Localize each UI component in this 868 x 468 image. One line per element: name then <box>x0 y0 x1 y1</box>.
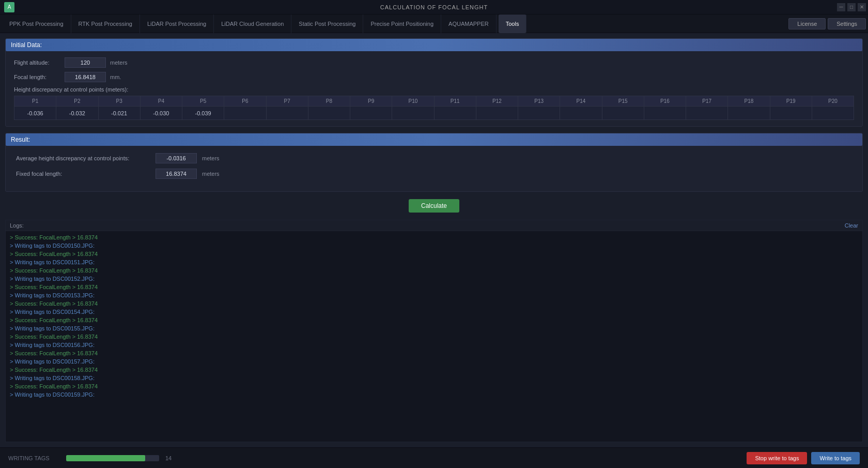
tab-rtk[interactable]: RTK Post Processing <box>71 14 140 33</box>
stop-write-button[interactable]: Stop write to tags <box>747 452 807 464</box>
log-line: > Success: FocalLength > 16.8374 <box>10 382 858 390</box>
fixed-focal-label: Fixed focal length: <box>16 171 150 177</box>
window-controls: ─ □ ✕ <box>837 3 866 11</box>
nav-right-buttons: License Settings <box>788 18 866 29</box>
close-button[interactable]: ✕ <box>858 3 866 11</box>
initial-data-header: Initial Data: <box>6 39 862 51</box>
log-line: > Writing tags to DSC00156.JPG: <box>10 341 858 349</box>
log-line: > Success: FocalLength > 16.8374 <box>10 349 858 357</box>
tab-lidar-pp[interactable]: LiDAR Post Processing <box>140 14 214 33</box>
tab-lidar-cg[interactable]: LiDAR Cloud Generation <box>214 14 291 33</box>
flight-altitude-input[interactable] <box>65 57 106 68</box>
tab-static[interactable]: Static Post Processing <box>291 14 363 33</box>
logs-section: Logs: Clear > Success: FocalLength > 16.… <box>5 220 863 442</box>
action-buttons: Stop write to tags Write to tags <box>747 452 860 464</box>
log-line: > Writing tags to DSC00153.JPG: <box>10 291 858 299</box>
tab-tools[interactable]: Tools <box>499 14 527 33</box>
flight-altitude-row: Flight altitude: meters <box>14 57 854 68</box>
log-line: > Writing tags to DSC00155.JPG: <box>10 324 858 333</box>
initial-data-body: Flight altitude: meters Focal length: mm… <box>6 51 862 126</box>
app-icon: A <box>4 2 14 12</box>
logs-header: Logs: Clear <box>6 220 862 231</box>
tab-aqua[interactable]: AQUAMAPPER <box>441 14 497 33</box>
maximize-button[interactable]: □ <box>847 3 856 11</box>
avg-discrepancy-label: Average height discrepancy at control po… <box>16 155 150 161</box>
log-line: > Writing tags to DSC00151.JPG: <box>10 258 858 266</box>
license-button[interactable]: License <box>788 18 826 29</box>
log-line: > Writing tags to DSC00158.JPG: <box>10 374 858 382</box>
discrepancy-label: Height discrepancy at control points (me… <box>14 86 854 93</box>
focal-length-row: Focal length: mm. <box>14 72 854 82</box>
focal-length-label: Focal length: <box>14 74 60 80</box>
fixed-focal-unit: meters <box>202 171 220 177</box>
points-table: P1P2P3P4P5P6P7P8P9P10P11P12P13P14P15P16P… <box>14 96 854 120</box>
avg-discrepancy-row: Average height discrepancy at control po… <box>16 153 852 163</box>
initial-data-section: Initial Data: Flight altitude: meters Fo… <box>5 38 863 127</box>
logs-body[interactable]: > Success: FocalLength > 16.8374> Writin… <box>6 231 862 442</box>
avg-discrepancy-unit: meters <box>202 155 220 161</box>
calculate-button[interactable]: Calculate <box>409 199 459 213</box>
log-line: > Writing tags to DSC00157.JPG: <box>10 357 858 366</box>
avg-discrepancy-value <box>156 153 197 163</box>
nav-tabs: PPK Post Processing RTK Post Processing … <box>0 14 868 33</box>
main-content: Initial Data: Flight altitude: meters Fo… <box>0 33 868 447</box>
fixed-focal-value <box>156 169 197 179</box>
log-line: > Success: FocalLength > 16.8374 <box>10 266 858 275</box>
points-header-row: P1P2P3P4P5P6P7P8P9P10P11P12P13P14P15P16P… <box>14 96 854 107</box>
log-line: > Success: FocalLength > 16.8374 <box>10 366 858 374</box>
flight-altitude-unit: meters <box>110 59 128 66</box>
log-line: > Writing tags to DSC00152.JPG: <box>10 275 858 283</box>
log-line: > Success: FocalLength > 16.8374 <box>10 233 858 241</box>
settings-button[interactable]: Settings <box>828 18 866 29</box>
log-line: > Success: FocalLength > 16.8374 <box>10 283 858 291</box>
log-line: > Writing tags to DSC00150.JPG: <box>10 241 858 250</box>
result-header: Result: <box>6 133 862 146</box>
progress-bar-container <box>66 455 159 461</box>
bottom-bar: WRITING TAGS 14 Stop write to tags Write… <box>0 447 868 468</box>
write-to-tags-button[interactable]: Write to tags <box>811 452 860 464</box>
title-bar: A CALCULATION OF FOCAL LENGHT ─ □ ✕ <box>0 0 868 14</box>
result-body: Average height discrepancy at control po… <box>6 146 862 191</box>
clear-logs-button[interactable]: Clear <box>845 222 858 229</box>
progress-bar-fill <box>66 455 145 461</box>
focal-length-unit: mm. <box>110 74 121 80</box>
fixed-focal-row: Fixed focal length: meters <box>16 169 852 179</box>
calculate-area: Calculate <box>5 196 863 216</box>
flight-altitude-label: Flight altitude: <box>14 59 60 66</box>
logs-title: Logs: <box>10 222 24 229</box>
minimize-button[interactable]: ─ <box>837 3 845 11</box>
log-line: > Success: FocalLength > 16.8374 <box>10 333 858 341</box>
focal-length-input[interactable] <box>65 72 106 82</box>
log-line: > Writing tags to DSC00159.JPG: <box>10 390 858 399</box>
status-label: WRITING TAGS <box>8 455 60 461</box>
log-line: > Success: FocalLength > 16.8374 <box>10 299 858 308</box>
points-values-row: -0.036-0.032-0.021-0.030-0.039 <box>14 107 854 120</box>
tab-ppk[interactable]: PPK Post Processing <box>2 14 71 33</box>
tab-ppp[interactable]: Precise Point Positioning <box>363 14 441 33</box>
progress-label: 14 <box>165 455 172 461</box>
window-title: CALCULATION OF FOCAL LENGHT <box>380 4 488 10</box>
log-line: > Success: FocalLength > 16.8374 <box>10 250 858 258</box>
log-line: > Writing tags to DSC00154.JPG: <box>10 308 858 316</box>
log-line: > Success: FocalLength > 16.8374 <box>10 316 858 324</box>
result-section: Result: Average height discrepancy at co… <box>5 133 863 192</box>
